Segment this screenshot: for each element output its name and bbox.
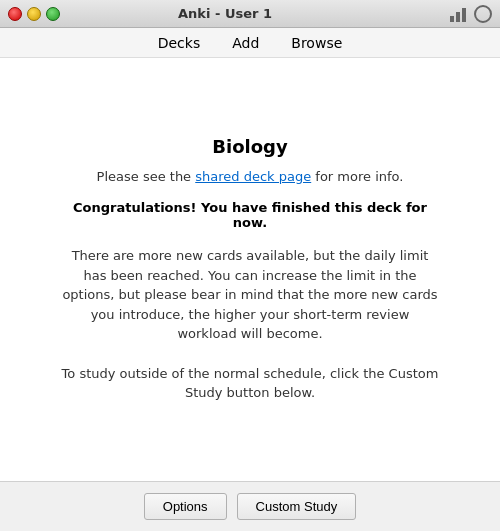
shared-deck-suffix: for more info. [311, 169, 403, 184]
deck-title: Biology [212, 136, 287, 157]
sync-icon[interactable] [474, 5, 492, 23]
shared-deck-line: Please see the shared deck page for more… [97, 169, 404, 184]
congrats-text: Congratulations! You have finished this … [60, 200, 440, 230]
main-content: Biology Please see the shared deck page … [0, 58, 500, 481]
title-bar: Anki - User 1 [0, 0, 500, 28]
bottom-bar: Options Custom Study [0, 481, 500, 531]
window-title: Anki - User 1 [0, 6, 450, 21]
menu-bar: Decks Add Browse [0, 28, 500, 58]
menu-decks[interactable]: Decks [152, 31, 207, 55]
shared-deck-prefix: Please see the [97, 169, 196, 184]
options-button[interactable]: Options [144, 493, 227, 520]
custom-study-button[interactable]: Custom Study [237, 493, 357, 520]
shared-deck-link[interactable]: shared deck page [195, 169, 311, 184]
info-text: There are more new cards available, but … [60, 246, 440, 344]
title-right-icons [450, 5, 492, 23]
menu-add[interactable]: Add [226, 31, 265, 55]
menu-browse[interactable]: Browse [285, 31, 348, 55]
custom-study-hint: To study outside of the normal schedule,… [60, 364, 440, 403]
stats-icon[interactable] [450, 6, 468, 22]
